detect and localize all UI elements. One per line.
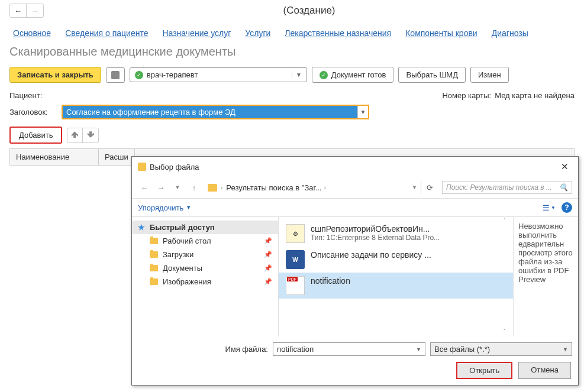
file-dialog: Выбор файла ✕ ← → ▼ ↑ › Результаты поиск… xyxy=(131,156,579,385)
file-item[interactable]: W Описание задачи по сервису ... xyxy=(279,247,513,273)
tree-documents[interactable]: Документы 📌 xyxy=(132,261,278,275)
filename-label: Имя файла: xyxy=(138,345,268,354)
tab-drugs[interactable]: Лекарственные назначения xyxy=(285,28,391,38)
file-item[interactable]: ⚙ сшпРепозиторийОбъектовИн... Тип: 1C:En… xyxy=(279,221,513,247)
pin-icon: 📌 xyxy=(264,264,272,272)
tree-quick-access[interactable]: ★ Быстрый доступ xyxy=(132,221,278,234)
cancel-button[interactable]: Отмена xyxy=(518,362,571,379)
chevron-right-icon: › xyxy=(221,184,222,191)
choose-shmd-button[interactable]: Выбрать ШМД xyxy=(398,67,466,83)
dlg-up-button[interactable]: ↑ xyxy=(188,181,201,194)
scrollbar[interactable]: ˆˇ xyxy=(504,217,512,336)
card-value: Мед карта не найдена xyxy=(495,91,575,100)
filename-input[interactable]: notification ▼ xyxy=(273,342,425,356)
path-text: Результаты поиска в "Заг... xyxy=(226,183,321,192)
page-title: (Создание) xyxy=(44,5,575,17)
file-1c-icon: ⚙ xyxy=(286,224,305,243)
check-icon: ✓ xyxy=(320,71,328,79)
pin-icon: 📌 xyxy=(264,278,272,286)
change-button[interactable]: Измен xyxy=(470,67,509,83)
section-subtitle: Сканированные медицинские документы xyxy=(0,43,584,64)
file-item[interactable]: PDF notification xyxy=(279,273,513,299)
col-name: Наименование xyxy=(10,149,99,165)
open-button[interactable]: Открыть xyxy=(456,362,512,379)
nav-back-button[interactable]: ← xyxy=(10,4,27,17)
tab-services[interactable]: Услуги xyxy=(245,28,270,38)
tab-diagnoses[interactable]: Диагнозы xyxy=(492,28,528,38)
doc-ready-button[interactable]: ✓ Документ готов xyxy=(312,67,394,83)
chevron-down-icon: ▼ xyxy=(563,346,568,352)
dlg-recent-button[interactable]: ▼ xyxy=(171,181,184,194)
path-dropdown-icon[interactable]: ▼ xyxy=(412,184,417,190)
tab-main[interactable]: Основное xyxy=(13,28,51,38)
file-filter-select[interactable]: Все файлы (*.*) ▼ xyxy=(430,342,572,356)
card-label: Номер карты: xyxy=(442,91,491,100)
nav-arrows: ← → xyxy=(9,4,44,18)
patient-label: Пациент: xyxy=(9,91,57,100)
search-icon: 🔍 xyxy=(559,183,568,192)
role-value: врач-терапевт xyxy=(147,70,288,79)
view-mode-button[interactable]: ☰ ▼ xyxy=(543,202,557,213)
save-button[interactable] xyxy=(106,67,125,83)
folder-icon xyxy=(150,278,158,285)
nav-forward-button[interactable]: → xyxy=(27,4,43,17)
chevron-down-icon: ▼ xyxy=(186,205,191,210)
add-button[interactable]: Добавить xyxy=(9,127,62,144)
chevron-down-icon: ▼ xyxy=(292,72,302,78)
nav-tree: ★ Быстрый доступ Рабочий стол 📌 Загрузки… xyxy=(132,217,279,336)
file-pdf-icon: PDF xyxy=(286,276,305,295)
tree-downloads[interactable]: Загрузки 📌 xyxy=(132,248,278,261)
folder-icon xyxy=(150,251,158,258)
tab-blood[interactable]: Компоненты крови xyxy=(405,28,477,38)
tab-services-assign[interactable]: Назначение услуг xyxy=(162,28,231,38)
disk-icon xyxy=(111,71,120,79)
dlg-forward-button[interactable]: → xyxy=(154,181,167,194)
folder-icon xyxy=(150,265,158,271)
star-icon: ★ xyxy=(138,223,145,232)
check-icon: ✓ xyxy=(135,71,143,79)
refresh-button[interactable]: ⟳ xyxy=(421,181,435,194)
title-label: Заголовок: xyxy=(9,108,57,116)
move-down-button[interactable]: 🡻 xyxy=(83,128,98,142)
chevron-down-icon[interactable]: ▼ xyxy=(416,346,421,352)
role-dropdown[interactable]: ✓ врач-терапевт ▼ xyxy=(130,67,307,82)
col-ext: Расши xyxy=(99,149,135,165)
help-button[interactable]: ? xyxy=(562,202,572,213)
preview-pane: Невозможно выполнить едварительн просмот… xyxy=(513,217,578,336)
tab-patient-info[interactable]: Сведения о пациенте xyxy=(65,28,148,38)
chevron-right-icon: › xyxy=(324,184,325,191)
pin-icon: 📌 xyxy=(264,251,272,258)
tree-desktop[interactable]: Рабочий стол 📌 xyxy=(132,234,278,248)
file-list: ⚙ сшпРепозиторийОбъектовИн... Тип: 1C:En… xyxy=(279,217,513,336)
file-word-icon: W xyxy=(286,250,305,269)
folder-icon xyxy=(150,238,158,244)
move-up-button[interactable]: 🡹 xyxy=(67,128,83,142)
app-1c-icon xyxy=(138,163,146,171)
tree-pictures[interactable]: Изображения 📌 xyxy=(132,275,278,289)
tabs-bar: Основное Сведения о пациенте Назначение … xyxy=(0,21,584,43)
organize-button[interactable]: Упорядочить ▼ xyxy=(138,203,191,212)
dlg-back-button[interactable]: ← xyxy=(138,181,151,194)
dialog-title-text: Выбор файла xyxy=(150,163,199,171)
chevron-down-icon[interactable]: ▼ xyxy=(357,106,368,118)
folder-icon xyxy=(208,184,217,192)
search-input[interactable]: Поиск: Результаты поиска в ... 🔍 xyxy=(442,181,572,194)
close-button[interactable]: ✕ xyxy=(557,160,572,173)
pin-icon: 📌 xyxy=(264,237,272,245)
title-input-value[interactable]: Согласие на оформление рецепта в форме Э… xyxy=(63,106,357,118)
path-bar[interactable]: › Результаты поиска в "Заг... › ▼ ⟳ xyxy=(204,179,438,196)
save-close-button[interactable]: Записать и закрыть xyxy=(9,67,101,83)
title-dropdown[interactable]: Согласие на оформление рецепта в форме Э… xyxy=(62,105,369,119)
